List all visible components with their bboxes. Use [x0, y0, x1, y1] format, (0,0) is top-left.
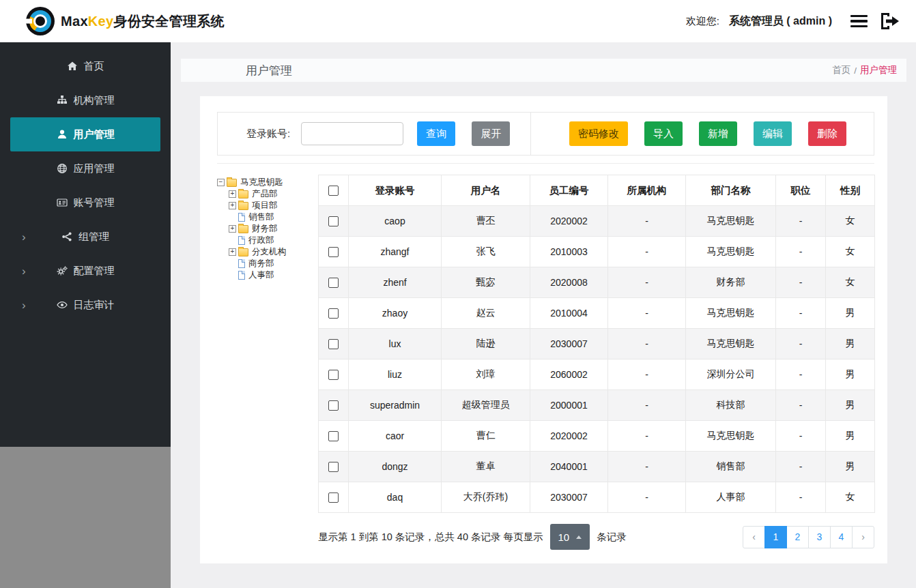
tree-node[interactable]: −马克思钥匙: [217, 177, 318, 188]
table-row[interactable]: zhenf甄宓2020008-财务部-女: [319, 267, 875, 298]
tree-node[interactable]: 商务部: [229, 258, 318, 269]
next-page-button[interactable]: ›: [852, 526, 874, 548]
select-all-checkbox[interactable]: [328, 186, 339, 196]
expand-button[interactable]: 展开: [472, 121, 510, 146]
table-cell: 马克思钥匙: [686, 206, 776, 237]
page-button-4[interactable]: 4: [830, 526, 853, 548]
logout-icon[interactable]: [879, 12, 901, 31]
change-password-button[interactable]: 密码修改: [569, 121, 628, 146]
tree-node[interactable]: +产品部: [229, 188, 318, 200]
page-button-3[interactable]: 3: [808, 526, 831, 548]
table-row[interactable]: dongz董卓2040001-销售部-男: [319, 452, 875, 482]
table-cell: -: [776, 482, 826, 513]
delete-button[interactable]: 删除: [808, 121, 846, 146]
tree-node-label[interactable]: 销售部: [247, 211, 276, 223]
table-cell: 2040001: [530, 452, 608, 482]
expand-icon[interactable]: +: [229, 202, 236, 209]
tree-indent: [229, 214, 236, 221]
sidebar-item-audit[interactable]: ›日志审计: [0, 288, 171, 322]
table-row[interactable]: daq大乔(乔玮)2030007-人事部-女: [319, 482, 875, 513]
table-row[interactable]: caop曹丕2020002-马克思钥匙-女: [319, 206, 875, 237]
menu-icon[interactable]: [848, 13, 870, 30]
sidebar-item-app[interactable]: 应用管理: [0, 151, 171, 186]
tree-node[interactable]: +项目部: [229, 200, 318, 211]
sidebar-item-home[interactable]: 首页: [0, 49, 171, 83]
table-cell: 2000001: [530, 390, 608, 421]
sidebar-item-user[interactable]: 用户管理: [10, 117, 160, 151]
brand: MaxKey身份安全管理系统: [26, 7, 225, 35]
table-cell: 财务部: [686, 267, 776, 298]
sidebar-item-group[interactable]: ›组管理: [0, 220, 171, 254]
sidebar-item-config[interactable]: ›配置管理: [0, 254, 171, 288]
table-cell: -: [608, 329, 686, 359]
column-header: 用户名: [442, 175, 530, 206]
tree-node-label[interactable]: 人事部: [247, 269, 276, 281]
table-row[interactable]: zhaoy赵云2010004-马克思钥匙-男: [319, 298, 875, 329]
tree-node-label[interactable]: 分支机构: [251, 246, 287, 258]
collapse-icon[interactable]: −: [217, 179, 225, 186]
page-size-select[interactable]: 10: [550, 524, 590, 550]
row-checkbox[interactable]: [328, 278, 339, 288]
sidebar-item-org[interactable]: 机构管理: [0, 83, 171, 117]
tree-node[interactable]: +财务部: [229, 223, 318, 235]
row-checkbox[interactable]: [328, 431, 339, 441]
page-button-2[interactable]: 2: [786, 526, 809, 548]
table-cell: -: [608, 421, 686, 452]
add-button[interactable]: 新增: [699, 121, 737, 146]
page-button-1[interactable]: 1: [764, 526, 787, 548]
tree-node[interactable]: 销售部: [229, 211, 318, 223]
tree-node-label[interactable]: 商务部: [247, 258, 276, 269]
folder-icon: [227, 179, 237, 187]
expand-icon[interactable]: +: [229, 190, 236, 198]
table-cell: 男: [826, 329, 875, 359]
tree-node-label[interactable]: 马克思钥匙: [239, 177, 285, 188]
table-row[interactable]: zhangf张飞2010003-马克思钥匙-女: [319, 237, 875, 267]
prev-page-button[interactable]: ‹: [743, 526, 765, 548]
welcome-text: 欢迎您:: [686, 15, 719, 28]
row-checkbox[interactable]: [328, 370, 339, 380]
table-cell: caor: [349, 421, 442, 452]
import-button[interactable]: 导入: [644, 121, 683, 146]
column-header: 所属机构: [608, 175, 686, 206]
row-checkbox-cell: [319, 482, 349, 513]
breadcrumb-current[interactable]: 用户管理: [860, 64, 897, 76]
row-checkbox[interactable]: [328, 216, 339, 226]
tree-node-label[interactable]: 财务部: [251, 223, 279, 235]
row-checkbox[interactable]: [328, 308, 339, 319]
app-root: MaxKey身份安全管理系统 欢迎您: 系统管理员 ( admin ) 首页机构…: [0, 0, 916, 588]
expand-icon[interactable]: +: [229, 225, 236, 233]
tree-node-label[interactable]: 产品部: [251, 188, 279, 200]
row-checkbox[interactable]: [328, 247, 339, 257]
edit-button[interactable]: 编辑: [754, 121, 792, 146]
tree-node[interactable]: 行政部: [229, 235, 318, 246]
breadcrumb-home[interactable]: 首页: [832, 64, 850, 76]
table-row[interactable]: lux陆逊2030007-马克思钥匙-男: [319, 329, 875, 359]
table-row[interactable]: caor曹仁2020002-马克思钥匙-男: [319, 421, 875, 452]
tree-node-label[interactable]: 项目部: [251, 200, 279, 211]
column-header: 登录账号: [349, 175, 442, 206]
table-row[interactable]: superadmin超级管理员2000001-科技部-男: [319, 390, 875, 421]
table-cell: -: [608, 206, 686, 237]
sidebar-item-label: 机构管理: [74, 94, 115, 107]
tree-node[interactable]: 人事部: [229, 269, 318, 281]
home-icon: [67, 61, 78, 72]
sitemap-icon: [57, 95, 68, 106]
toolbar-actions: 密码修改 导入 新增 编辑 删除: [569, 121, 846, 146]
sidebar-item-account[interactable]: 账号管理: [0, 186, 171, 220]
table-cell: 深圳分公司: [686, 359, 776, 390]
globe-icon: [57, 163, 68, 174]
expand-icon[interactable]: +: [229, 248, 236, 256]
tree-node-label[interactable]: 行政部: [247, 235, 276, 246]
row-checkbox[interactable]: [328, 339, 339, 349]
search-input[interactable]: [301, 122, 403, 145]
tree-node[interactable]: +分支机构: [229, 246, 318, 258]
row-checkbox[interactable]: [328, 493, 339, 503]
sidebar-item-label: 首页: [84, 60, 104, 73]
table-row[interactable]: liuz刘璋2060002-深圳分公司-男: [319, 359, 875, 390]
table-cell: 张飞: [442, 237, 530, 267]
table-cell: zhaoy: [349, 298, 442, 329]
row-checkbox[interactable]: [328, 462, 339, 472]
query-button[interactable]: 查询: [417, 121, 455, 146]
table-cell: 销售部: [686, 452, 776, 482]
row-checkbox[interactable]: [328, 400, 339, 411]
